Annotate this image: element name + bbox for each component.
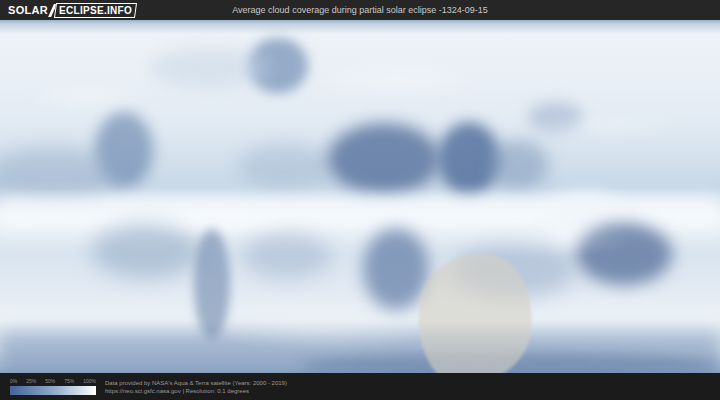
logo-box: ECLIPSE.INFO (54, 3, 137, 18)
attribution-line-1: Data provided by NASA's Aqua & Terra sat… (105, 379, 287, 387)
cloud-coverage-map (0, 20, 720, 373)
legend-tick-labels: 0% 25% 50% 75% 100% (10, 378, 96, 384)
legend-tick: 0% (10, 378, 17, 384)
site-logo[interactable]: SOLAR ECLIPSE.INFO (8, 3, 136, 18)
logo-text-solar: SOLAR (8, 4, 48, 16)
cloud-texture (0, 20, 720, 373)
logo-text-eclipse-info: ECLIPSE.INFO (59, 4, 132, 17)
cloud-coverage-legend: 0% 25% 50% 75% 100% (10, 378, 96, 395)
bottom-bar: 0% 25% 50% 75% 100% Data provided by NAS… (0, 373, 720, 400)
legend-tick: 75% (64, 378, 74, 384)
legend-tick: 25% (26, 378, 36, 384)
legend-tick: 100% (83, 378, 96, 384)
legend-colorbar (10, 386, 96, 395)
attribution-line-2[interactable]: https://neo.sci.gsfc.nasa.gov | Resoluti… (105, 387, 287, 395)
top-bar: SOLAR ECLIPSE.INFO Average cloud coverag… (0, 0, 720, 20)
legend-tick: 50% (45, 378, 55, 384)
data-attribution: Data provided by NASA's Aqua & Terra sat… (105, 379, 287, 395)
